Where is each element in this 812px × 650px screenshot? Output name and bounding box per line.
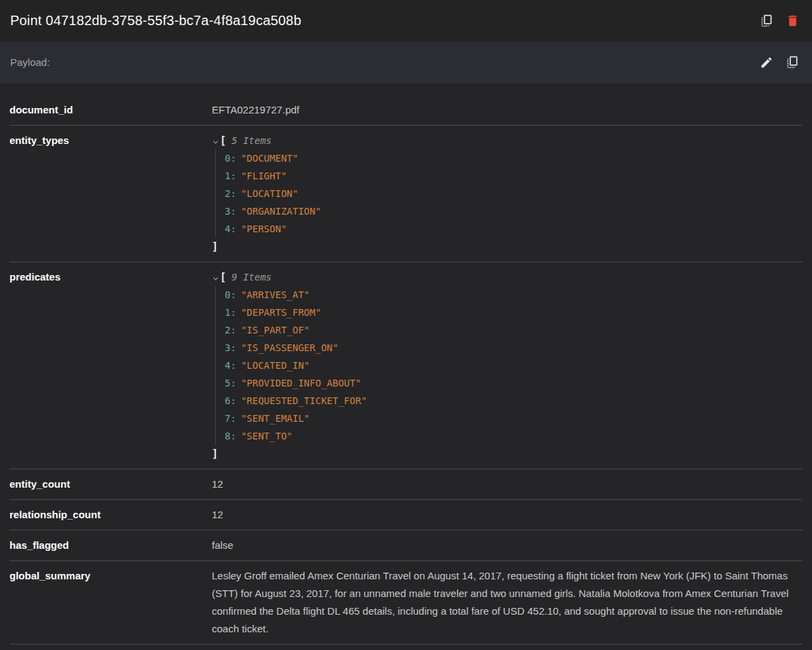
array-item: 0:"ARRIVES_AT" bbox=[225, 286, 802, 304]
item-index: 0: bbox=[225, 153, 236, 164]
item-value: "PROVIDED_INFO_ABOUT" bbox=[241, 378, 361, 389]
payload-row-global_summary: global_summaryLesley Groff emailed Amex … bbox=[10, 561, 802, 645]
item-index: 2: bbox=[225, 188, 236, 199]
chevron-down-icon[interactable] bbox=[212, 134, 219, 141]
payload-bar: Payload: bbox=[0, 41, 812, 83]
item-index: 1: bbox=[225, 307, 236, 318]
item-value: "FLIGHT" bbox=[241, 170, 287, 181]
items-count: 5 Items bbox=[232, 135, 272, 146]
payload-value: 12 bbox=[212, 506, 802, 524]
payload-key: global_summary bbox=[10, 567, 212, 585]
item-value: "IS_PART_OF" bbox=[241, 325, 310, 336]
item-index: 3: bbox=[225, 342, 236, 353]
item-value: "ORGANIZATION" bbox=[241, 206, 321, 217]
delete-point-button[interactable] bbox=[779, 8, 805, 34]
array-item: 1:"DEPARTS_FROM" bbox=[225, 304, 802, 321]
payload-row-has_flagged: has_flaggedfalse bbox=[10, 530, 802, 561]
array-item: 4:"LOCATED_IN" bbox=[225, 357, 802, 374]
item-index: 4: bbox=[225, 223, 236, 234]
item-index: 1: bbox=[225, 170, 236, 181]
item-index: 0: bbox=[225, 289, 236, 300]
open-bracket: [ bbox=[220, 134, 226, 147]
payload-row-entity_count: entity_count12 bbox=[10, 469, 802, 500]
payload-row-document_id: document_idEFTA02219727.pdf bbox=[10, 95, 802, 126]
array-item: 7:"SENT_EMAIL" bbox=[225, 410, 802, 427]
open-bracket: [ bbox=[220, 271, 226, 283]
payload-value: false bbox=[212, 537, 802, 554]
json-array: [5 Items0:"DOCUMENT"1:"FLIGHT"2:"LOCATIO… bbox=[212, 132, 802, 255]
payload-value: EFTA02219727.pdf bbox=[212, 101, 802, 119]
json-array-items: 0:"DOCUMENT"1:"FLIGHT"2:"LOCATION"3:"ORG… bbox=[215, 149, 802, 238]
payload-key: document_id bbox=[10, 101, 212, 119]
item-index: 2: bbox=[225, 325, 236, 336]
payload-key: relationship_count bbox=[10, 506, 212, 524]
items-count: 9 Items bbox=[232, 272, 272, 283]
payload-key: entity_count bbox=[10, 475, 212, 493]
copy-all-icon bbox=[786, 55, 800, 69]
array-item: 5:"PROVIDED_INFO_ABOUT" bbox=[225, 374, 802, 392]
json-array-head: [5 Items bbox=[212, 132, 802, 149]
payload-key: entity_types bbox=[10, 132, 212, 149]
payload-row-relationship_count: relationship_count12 bbox=[10, 500, 802, 530]
item-index: 3: bbox=[225, 206, 236, 217]
array-item: 3:"ORGANIZATION" bbox=[225, 202, 802, 220]
copy-payload-button[interactable] bbox=[779, 50, 805, 75]
json-array-items: 0:"ARRIVES_AT"1:"DEPARTS_FROM"2:"IS_PART… bbox=[215, 286, 802, 445]
item-index: 7: bbox=[225, 413, 236, 424]
item-value: "DOCUMENT" bbox=[241, 153, 298, 164]
item-index: 5: bbox=[225, 378, 236, 389]
array-item: 0:"DOCUMENT" bbox=[225, 149, 802, 167]
pencil-icon bbox=[760, 56, 773, 69]
item-index: 8: bbox=[225, 431, 236, 441]
copy-all-icon bbox=[760, 14, 774, 28]
array-item: 3:"IS_PASSENGER_ON" bbox=[225, 339, 802, 357]
item-value: "SENT_TO" bbox=[241, 431, 293, 441]
payload-value: 12 bbox=[212, 475, 802, 493]
json-array-head: [9 Items bbox=[212, 268, 802, 286]
item-value: "ARRIVES_AT" bbox=[241, 289, 310, 300]
item-index: 6: bbox=[225, 395, 236, 406]
close-bracket: ] bbox=[212, 238, 802, 255]
item-value: "LOCATED_IN" bbox=[241, 360, 310, 371]
point-header: Point 047182db-3758-55f3-bc7a-4f8a19ca50… bbox=[0, 0, 812, 41]
item-value: "REQUESTED_TICKET_FOR" bbox=[241, 395, 367, 406]
trash-icon bbox=[786, 14, 800, 28]
array-item: 2:"IS_PART_OF" bbox=[225, 321, 802, 339]
payload-label: Payload: bbox=[10, 56, 754, 68]
payload-value: Lesley Groff emailed Amex Centurian Trav… bbox=[212, 567, 802, 638]
point-title: Point 047182db-3758-55f3-bc7a-4f8a19ca50… bbox=[10, 13, 754, 29]
payload-table: document_idEFTA02219727.pdfentity_types[… bbox=[0, 83, 812, 645]
copy-point-button[interactable] bbox=[754, 8, 779, 34]
payload-key: has_flagged bbox=[10, 537, 212, 554]
array-item: 6:"REQUESTED_TICKET_FOR" bbox=[225, 392, 802, 410]
item-value: "IS_PASSENGER_ON" bbox=[241, 342, 338, 353]
item-value: "SENT_EMAIL" bbox=[241, 413, 310, 424]
array-item: 1:"FLIGHT" bbox=[225, 167, 802, 185]
item-value: "PERSON" bbox=[241, 223, 287, 234]
item-value: "DEPARTS_FROM" bbox=[241, 307, 321, 318]
payload-key: predicates bbox=[10, 268, 212, 286]
array-item: 2:"LOCATION" bbox=[225, 185, 802, 202]
array-item: 4:"PERSON" bbox=[225, 220, 802, 238]
close-bracket: ] bbox=[212, 445, 802, 463]
item-index: 4: bbox=[225, 360, 236, 371]
array-item: 8:"SENT_TO" bbox=[225, 427, 802, 445]
payload-row-predicates: predicates[9 Items0:"ARRIVES_AT"1:"DEPAR… bbox=[10, 262, 802, 469]
edit-payload-button[interactable] bbox=[754, 50, 779, 75]
payload-row-entity_types: entity_types[5 Items0:"DOCUMENT"1:"FLIGH… bbox=[10, 126, 802, 262]
chevron-down-icon[interactable] bbox=[212, 270, 219, 278]
json-array: [9 Items0:"ARRIVES_AT"1:"DEPARTS_FROM"2:… bbox=[212, 268, 802, 463]
item-value: "LOCATION" bbox=[241, 188, 298, 199]
